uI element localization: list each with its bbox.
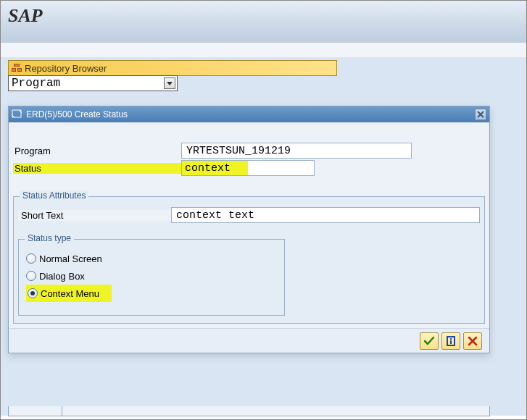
dialog-close-button[interactable] <box>475 109 486 120</box>
hierarchy-icon <box>12 64 22 72</box>
program-field[interactable]: YRTESTSUN_191219 <box>181 143 412 159</box>
status-field[interactable]: context <box>181 160 315 176</box>
info-button[interactable] <box>441 332 460 350</box>
radio-icon <box>28 288 38 298</box>
object-type-select[interactable]: Program <box>8 75 178 91</box>
toolbar-strip <box>1 43 526 57</box>
radio-icon <box>26 271 36 281</box>
radio-context-menu[interactable]: Context Menu <box>26 285 112 302</box>
status-type-title: Status type <box>25 233 74 243</box>
cancel-button[interactable] <box>463 332 482 350</box>
program-value: YRTESTSUN_191219 <box>186 145 291 157</box>
status-attributes-group: Status Attributes Short Text context tex… <box>13 196 485 324</box>
dialog-title-text: ERD(5)/500 Create Status <box>26 109 128 119</box>
radio-dialog-label: Dialog Box <box>39 271 85 282</box>
svg-rect-4 <box>450 340 452 344</box>
radio-normal-screen[interactable]: Normal Screen <box>26 250 277 267</box>
dialog-title-icon <box>12 109 22 121</box>
radio-dialog-box[interactable]: Dialog Box <box>26 267 277 285</box>
repository-browser-bar[interactable]: Repository Browser <box>8 60 337 76</box>
bottom-tab-strip <box>8 406 490 416</box>
object-type-value: Program <box>12 77 60 90</box>
confirm-button[interactable] <box>420 332 439 350</box>
repository-browser-label: Repository Browser <box>25 63 107 74</box>
program-label: Program <box>13 146 181 156</box>
svg-marker-0 <box>167 82 173 85</box>
status-attributes-title: Status Attributes <box>20 190 88 201</box>
status-value: context <box>185 162 231 175</box>
radio-normal-label: Normal Screen <box>39 253 102 264</box>
radio-context-label: Context Menu <box>41 288 99 299</box>
svg-rect-3 <box>450 338 452 340</box>
dialog-titlebar: ERD(5)/500 Create Status <box>9 106 489 122</box>
short-text-label: Short Text <box>18 210 171 221</box>
sap-logo: SAP <box>8 5 43 27</box>
bottom-tab-right[interactable] <box>62 406 490 416</box>
status-type-group: Status type Normal Screen Dialog Box Con… <box>18 239 285 316</box>
short-text-value: context text <box>176 209 254 222</box>
radio-icon <box>26 253 36 264</box>
bottom-tab-left[interactable] <box>8 406 62 416</box>
status-label: Status <box>13 163 181 174</box>
create-status-dialog: ERD(5)/500 Create Status Program YRTESTS… <box>8 106 490 353</box>
short-text-field[interactable]: context text <box>171 207 480 223</box>
chevron-down-icon[interactable] <box>164 77 175 89</box>
